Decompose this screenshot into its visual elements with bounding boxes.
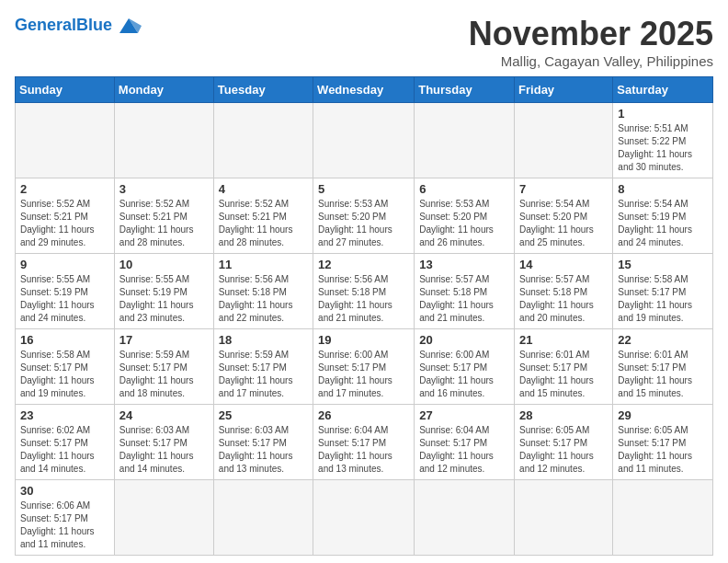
day-23: 23 Sunrise: 6:02 AM Sunset: 5:17 PM Dayl… bbox=[16, 405, 115, 480]
day-30: 30 Sunrise: 6:06 AM Sunset: 5:17 PM Dayl… bbox=[16, 480, 115, 556]
logo: GeneralBlue bbox=[15, 15, 142, 35]
empty-cell bbox=[415, 103, 515, 178]
empty-cell bbox=[313, 480, 415, 556]
logo-icon bbox=[116, 15, 142, 35]
empty-cell bbox=[515, 103, 613, 178]
empty-cell bbox=[415, 480, 515, 556]
weekday-header-row: Sunday Monday Tuesday Wednesday Thursday… bbox=[16, 77, 713, 103]
day-17: 17 Sunrise: 5:59 AM Sunset: 5:17 PM Dayl… bbox=[114, 329, 213, 405]
day-13: 13 Sunrise: 5:57 AM Sunset: 5:18 PM Dayl… bbox=[415, 254, 515, 329]
header-sunday: Sunday bbox=[16, 77, 115, 103]
empty-cell bbox=[16, 103, 115, 178]
day-18: 18 Sunrise: 5:59 AM Sunset: 5:17 PM Dayl… bbox=[213, 329, 313, 405]
header-thursday: Thursday bbox=[415, 77, 515, 103]
header-friday: Friday bbox=[515, 77, 613, 103]
day-6: 6 Sunrise: 5:53 AM Sunset: 5:20 PM Dayli… bbox=[415, 178, 515, 254]
day-4: 4 Sunrise: 5:52 AM Sunset: 5:21 PM Dayli… bbox=[213, 178, 313, 254]
day-11: 11 Sunrise: 5:56 AM Sunset: 5:18 PM Dayl… bbox=[213, 254, 313, 329]
day-26: 26 Sunrise: 6:04 AM Sunset: 5:17 PM Dayl… bbox=[313, 405, 415, 480]
week-row-5: 23 Sunrise: 6:02 AM Sunset: 5:17 PM Dayl… bbox=[16, 405, 713, 480]
day-16: 16 Sunrise: 5:58 AM Sunset: 5:17 PM Dayl… bbox=[16, 329, 115, 405]
empty-cell bbox=[613, 480, 713, 556]
day-1: 1 Sunrise: 5:51 AM Sunset: 5:22 PM Dayli… bbox=[613, 103, 713, 178]
day-10: 10 Sunrise: 5:55 AM Sunset: 5:19 PM Dayl… bbox=[114, 254, 213, 329]
header-tuesday: Tuesday bbox=[213, 77, 313, 103]
day-3: 3 Sunrise: 5:52 AM Sunset: 5:21 PM Dayli… bbox=[114, 178, 213, 254]
empty-cell bbox=[114, 103, 213, 178]
day-2: 2 Sunrise: 5:52 AM Sunset: 5:21 PM Dayli… bbox=[16, 178, 115, 254]
day-21: 21 Sunrise: 6:01 AM Sunset: 5:17 PM Dayl… bbox=[515, 329, 613, 405]
day-27: 27 Sunrise: 6:04 AM Sunset: 5:17 PM Dayl… bbox=[415, 405, 515, 480]
empty-cell bbox=[515, 480, 613, 556]
week-row-2: 2 Sunrise: 5:52 AM Sunset: 5:21 PM Dayli… bbox=[16, 178, 713, 254]
day-29: 29 Sunrise: 6:05 AM Sunset: 5:17 PM Dayl… bbox=[613, 405, 713, 480]
empty-cell bbox=[114, 480, 213, 556]
empty-cell bbox=[213, 103, 313, 178]
day-24: 24 Sunrise: 6:03 AM Sunset: 5:17 PM Dayl… bbox=[114, 405, 213, 480]
logo-blue: Blue bbox=[76, 16, 112, 34]
header: GeneralBlue November 2025 Mallig, Cagaya… bbox=[15, 15, 713, 69]
location-title: Mallig, Cagayan Valley, Philippines bbox=[469, 53, 713, 69]
day-15: 15 Sunrise: 5:58 AM Sunset: 5:17 PM Dayl… bbox=[613, 254, 713, 329]
day-22: 22 Sunrise: 6:01 AM Sunset: 5:17 PM Dayl… bbox=[613, 329, 713, 405]
header-wednesday: Wednesday bbox=[313, 77, 415, 103]
day-9: 9 Sunrise: 5:55 AM Sunset: 5:19 PM Dayli… bbox=[16, 254, 115, 329]
header-saturday: Saturday bbox=[613, 77, 713, 103]
week-row-6: 30 Sunrise: 6:06 AM Sunset: 5:17 PM Dayl… bbox=[16, 480, 713, 556]
day-19: 19 Sunrise: 6:00 AM Sunset: 5:17 PM Dayl… bbox=[313, 329, 415, 405]
empty-cell bbox=[313, 103, 415, 178]
header-monday: Monday bbox=[114, 77, 213, 103]
day-8: 8 Sunrise: 5:54 AM Sunset: 5:19 PM Dayli… bbox=[613, 178, 713, 254]
logo-general: General bbox=[15, 16, 76, 34]
day-28: 28 Sunrise: 6:05 AM Sunset: 5:17 PM Dayl… bbox=[515, 405, 613, 480]
empty-cell bbox=[213, 480, 313, 556]
week-row-1: 1 Sunrise: 5:51 AM Sunset: 5:22 PM Dayli… bbox=[16, 103, 713, 178]
day-7: 7 Sunrise: 5:54 AM Sunset: 5:20 PM Dayli… bbox=[515, 178, 613, 254]
month-title: November 2025 bbox=[469, 15, 713, 53]
day-14: 14 Sunrise: 5:57 AM Sunset: 5:18 PM Dayl… bbox=[515, 254, 613, 329]
day-12: 12 Sunrise: 5:56 AM Sunset: 5:18 PM Dayl… bbox=[313, 254, 415, 329]
day-5: 5 Sunrise: 5:53 AM Sunset: 5:20 PM Dayli… bbox=[313, 178, 415, 254]
week-row-3: 9 Sunrise: 5:55 AM Sunset: 5:19 PM Dayli… bbox=[16, 254, 713, 329]
logo-text: GeneralBlue bbox=[15, 17, 112, 33]
week-row-4: 16 Sunrise: 5:58 AM Sunset: 5:17 PM Dayl… bbox=[16, 329, 713, 405]
calendar-table: Sunday Monday Tuesday Wednesday Thursday… bbox=[15, 76, 713, 556]
day-25: 25 Sunrise: 6:03 AM Sunset: 5:17 PM Dayl… bbox=[213, 405, 313, 480]
day-20: 20 Sunrise: 6:00 AM Sunset: 5:17 PM Dayl… bbox=[415, 329, 515, 405]
title-area: November 2025 Mallig, Cagayan Valley, Ph… bbox=[469, 15, 713, 69]
